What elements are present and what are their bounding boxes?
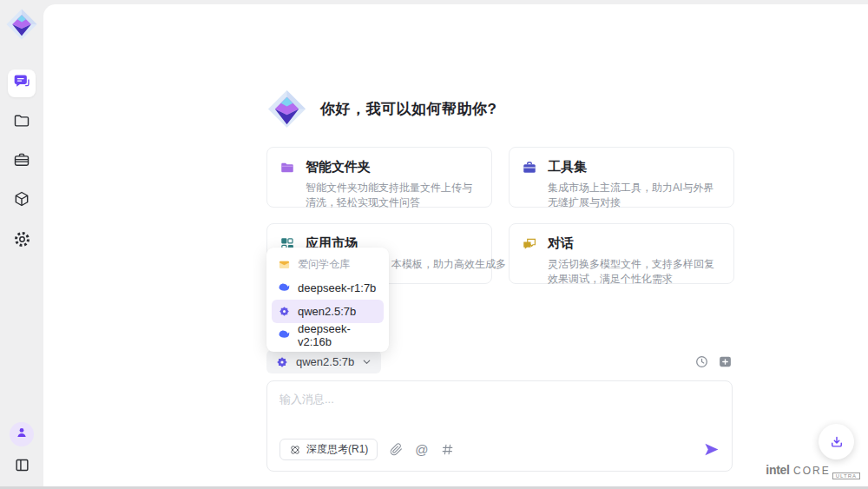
card-title: 对话 — [548, 235, 574, 252]
chevron-down-icon — [361, 356, 372, 367]
card-description: 灵活切换多模型文件，支持多样回复效果调试，满足个性化需求 — [548, 257, 721, 287]
intel-core-logo: intel coreultra — [766, 462, 860, 479]
sidebar-item-folders[interactable] — [8, 109, 36, 136]
user-avatar[interactable] — [10, 422, 34, 446]
dropdown-option-qwen[interactable]: qwen2.5:7b — [272, 300, 384, 323]
clock-history-icon — [694, 354, 709, 369]
split-panel-icon — [14, 457, 30, 477]
briefcase-icon — [13, 151, 30, 172]
deepseek-whale-icon — [278, 328, 291, 341]
panel-toggle[interactable] — [8, 453, 36, 480]
folder-purple-icon — [279, 160, 295, 175]
dropdown-option-deepseek-v2[interactable]: deepseek-v2:16b — [272, 323, 384, 347]
main-panel: 你好，我可以如何帮助你? 智能文件夹 智能文件夹功能支持批量文件上传与清洗，轻松… — [43, 4, 868, 486]
repo-package-icon — [278, 258, 291, 271]
history-button[interactable] — [694, 354, 709, 369]
download-button[interactable] — [819, 424, 854, 459]
atom-icon — [289, 444, 301, 456]
model-row: qwen2.5:7b — [266, 350, 733, 373]
sidebar-item-models[interactable] — [8, 187, 36, 215]
sidebar-item-settings[interactable] — [8, 227, 36, 254]
briefcase-indigo-icon — [522, 160, 537, 175]
dropdown-option-label: qwen2.5:7b — [298, 305, 356, 318]
dropdown-repo-header: 爱问学仓库 — [272, 253, 384, 276]
dropdown-option-label: deepseek-v2:16b — [298, 322, 378, 348]
card-description: 智能文件夹功能支持批量文件上传与清洗，轻松实现文件问答 — [306, 181, 479, 210]
greeting-row: 你好，我可以如何帮助你? — [266, 89, 496, 129]
card-smart-folder[interactable]: 智能文件夹 智能文件夹功能支持批量文件上传与清洗，轻松实现文件问答 — [266, 147, 492, 208]
cube-icon — [13, 190, 30, 211]
card-title: 智能文件夹 — [306, 159, 371, 175]
new-chat-button[interactable] — [718, 354, 733, 369]
card-title: 工具集 — [548, 159, 587, 175]
gear-icon — [13, 230, 31, 252]
core-wordmark: core — [793, 465, 831, 477]
deepseek-whale-icon — [278, 281, 291, 294]
send-button[interactable] — [703, 441, 720, 458]
mention-button[interactable]: @ — [415, 443, 428, 456]
composer-toolbar: 深度思考(R1) @ — [279, 439, 720, 460]
folder-icon — [13, 112, 30, 133]
assistant-logo-icon — [266, 89, 307, 129]
plus-square-icon — [718, 354, 733, 369]
model-selector[interactable]: qwen2.5:7b — [266, 350, 381, 373]
card-conversation[interactable]: 对话 灵活切换多模型文件，支持多样回复效果调试，满足个性化需求 — [509, 223, 734, 284]
dropdown-option-deepseek-r1[interactable]: deepseek-r1:7b — [272, 276, 384, 300]
person-icon — [15, 426, 29, 443]
download-icon — [829, 434, 845, 450]
card-toolset[interactable]: 工具集 集成市场上主流工具，助力AI与外界无缝扩展与对接 — [509, 147, 734, 208]
dropdown-repo-label: 爱问学仓库 — [298, 257, 350, 272]
intel-wordmark: intel — [766, 463, 789, 477]
prompt-tags-button[interactable] — [441, 443, 454, 456]
hash-icon — [441, 443, 454, 456]
qwen-star-icon — [275, 355, 289, 369]
card-description: 集成市场上主流工具，助力AI与外界无缝扩展与对接 — [548, 181, 721, 210]
sidebar-item-toolbox[interactable] — [8, 148, 36, 175]
dropdown-option-label: deepseek-r1:7b — [298, 281, 376, 294]
qwen-star-icon — [278, 305, 291, 318]
ultra-badge: ultra — [832, 472, 860, 479]
model-selector-value: qwen2.5:7b — [296, 355, 354, 368]
attach-file-button[interactable] — [390, 443, 403, 456]
sidebar — [0, 0, 43, 489]
chat-bubble-icon — [13, 73, 30, 94]
model-dropdown: 爱问学仓库 deepseek-r1:7b qwe — [266, 248, 389, 352]
app-window: 你好，我可以如何帮助你? 智能文件夹 智能文件夹功能支持批量文件上传与清洗，轻松… — [0, 0, 868, 489]
deep-think-button[interactable]: 深度思考(R1) — [279, 439, 378, 460]
message-input[interactable] — [279, 392, 720, 425]
deep-think-label: 深度思考(R1) — [306, 442, 368, 457]
chat-gold-icon — [522, 236, 537, 252]
at-icon: @ — [415, 443, 428, 456]
card-description: 本模板，助力高效生成多 — [391, 257, 479, 272]
sidebar-item-chat[interactable] — [8, 69, 36, 97]
message-composer: 深度思考(R1) @ — [266, 380, 733, 472]
app-logo-icon — [4, 7, 39, 42]
send-arrow-icon — [703, 441, 720, 458]
paperclip-icon — [390, 443, 403, 456]
greeting-title: 你好，我可以如何帮助你? — [320, 99, 496, 119]
